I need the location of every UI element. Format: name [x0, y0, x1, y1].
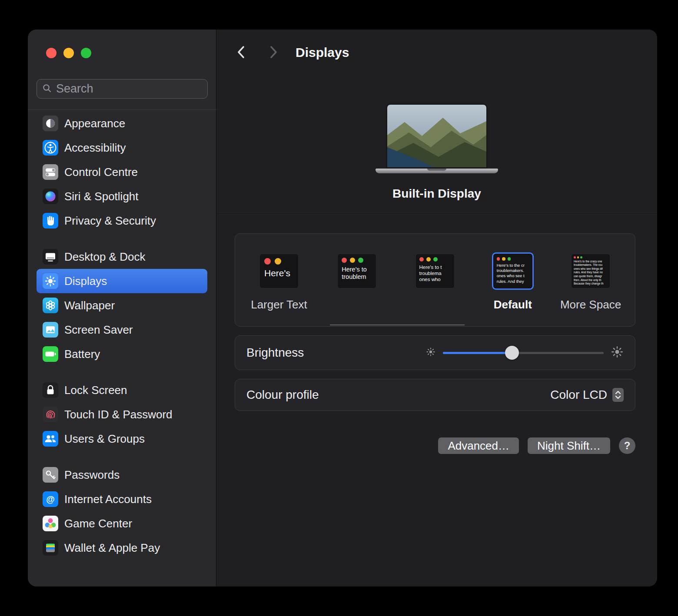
control-centre-icon: [43, 164, 58, 180]
sidebar-item-label: Screen Saver: [64, 323, 133, 337]
back-button[interactable]: [236, 44, 247, 60]
footer-actions: Advanced… Night Shift… ?: [235, 437, 635, 454]
resolution-option-more-space[interactable]: Here's to the crazy one troublemakers. T…: [565, 254, 617, 326]
sidebar-nav: Appearance Accessibility Control Centre: [37, 111, 207, 560]
advanced-button[interactable]: Advanced…: [438, 437, 519, 454]
preview-text: Here's to troublem: [342, 266, 372, 281]
resolution-option-2[interactable]: Here's to troublem: [331, 254, 383, 326]
accessibility-icon: [43, 140, 58, 156]
brightness-bright-icon: [611, 345, 624, 360]
close-button[interactable]: [46, 48, 56, 58]
resolution-option-3[interactable]: Here's to t troublema ones who: [409, 254, 461, 326]
preview-text: Here's to the cr troublemakers. ones who…: [497, 263, 529, 284]
resolution-option-default[interactable]: Here's to the cr troublemakers. ones who…: [487, 254, 539, 326]
resolution-option-label: More Space: [560, 298, 621, 311]
sidebar-item-users-groups[interactable]: Users & Groups: [37, 427, 207, 451]
sidebar-item-displays[interactable]: Displays: [37, 269, 207, 293]
sidebar-item-label: Game Center: [64, 517, 132, 530]
preview-traffic-dots: [574, 256, 608, 258]
resolution-option-label: Default: [494, 298, 532, 311]
sidebar: Appearance Accessibility Control Centre: [28, 30, 216, 586]
touch-id-icon: [43, 407, 58, 422]
sidebar-item-passwords[interactable]: Passwords: [37, 463, 207, 487]
colour-profile-select[interactable]: Color LCD: [550, 388, 624, 402]
preview-text: Here's: [264, 268, 294, 278]
resolution-scale-line: [330, 325, 465, 325]
preview-traffic-dots: [264, 258, 294, 265]
sidebar-item-lock-screen[interactable]: Lock Screen: [37, 378, 207, 402]
resolution-picker-card: Here's Larger Text Here's to troublem He…: [235, 233, 635, 327]
preview-traffic-dots: [497, 257, 529, 261]
sidebar-separator: [28, 109, 216, 110]
sidebar-item-touch-id[interactable]: Touch ID & Password: [37, 402, 207, 427]
search-field[interactable]: [37, 79, 208, 99]
chevron-up-down-icon: [612, 388, 624, 402]
desktop-dock-icon: [43, 249, 58, 265]
display-name: Built-in Display: [216, 187, 657, 201]
resolution-thumbnail: Here's to troublem: [337, 254, 376, 288]
brightness-fill: [443, 352, 512, 354]
resolution-thumbnail: Here's: [259, 254, 299, 288]
sidebar-item-label: Internet Accounts: [64, 493, 152, 506]
siri-icon: [43, 189, 58, 204]
forward-button[interactable]: [268, 44, 279, 60]
colour-profile-label: Colour profile: [246, 388, 319, 402]
colour-profile-value: Color LCD: [550, 388, 607, 402]
sidebar-item-battery[interactable]: Battery: [37, 342, 207, 366]
preview-text: Here's to the crazy one troublemakers. T…: [574, 260, 608, 286]
sidebar-item-label: Wallpaper: [64, 299, 115, 312]
brightness-knob[interactable]: [505, 346, 519, 360]
sidebar-item-appearance[interactable]: Appearance: [37, 111, 207, 136]
sidebar-item-label: Siri & Spotlight: [64, 190, 139, 203]
page-title: Displays: [296, 45, 349, 60]
battery-icon: [43, 346, 58, 362]
preview-text: Here's to t troublema ones who: [419, 264, 451, 282]
svg-text:@: @: [46, 494, 55, 504]
sidebar-item-desktop-dock[interactable]: Desktop & Dock: [37, 245, 207, 269]
users-groups-icon: [43, 431, 58, 447]
zoom-button[interactable]: [81, 48, 91, 58]
system-settings-window: Appearance Accessibility Control Centre: [28, 30, 657, 586]
brightness-slider: [425, 345, 624, 360]
screen-saver-icon: [43, 322, 58, 338]
sidebar-item-wallpaper[interactable]: Wallpaper: [37, 293, 207, 318]
sidebar-item-label: Control Centre: [64, 166, 138, 179]
lock-icon: [43, 382, 58, 398]
resolution-thumbnail: Here's to the crazy one troublemakers. T…: [571, 254, 610, 288]
at-icon: @: [43, 491, 58, 507]
resolution-option-larger-text[interactable]: Here's Larger Text: [253, 254, 305, 326]
traffic-lights: [46, 48, 91, 58]
sidebar-item-control-centre[interactable]: Control Centre: [37, 160, 207, 184]
displays-icon: [43, 273, 58, 289]
laptop-base: [376, 169, 498, 173]
minimize-button[interactable]: [63, 48, 74, 58]
sidebar-item-accessibility[interactable]: Accessibility: [37, 136, 207, 160]
sidebar-item-siri-spotlight[interactable]: Siri & Spotlight: [37, 184, 207, 209]
sidebar-item-label: Desktop & Dock: [64, 250, 145, 264]
sidebar-item-label: Privacy & Security: [64, 214, 156, 228]
sidebar-item-screen-saver[interactable]: Screen Saver: [37, 318, 207, 342]
colour-profile-card: Colour profile Color LCD: [235, 379, 635, 411]
sidebar-item-label: Accessibility: [64, 141, 126, 155]
main-content: Displays Built-in Display: [216, 30, 657, 586]
wallpaper-icon: [43, 298, 58, 313]
sidebar-item-label: Touch ID & Password: [64, 408, 173, 421]
brightness-track[interactable]: [443, 352, 604, 354]
brightness-card: Brightness: [235, 335, 635, 370]
sidebar-item-internet-accounts[interactable]: @ Internet Accounts: [37, 487, 207, 511]
laptop-screen-image: [386, 103, 488, 169]
sidebar-item-wallet[interactable]: Wallet & Apple Pay: [37, 536, 207, 560]
search-input[interactable]: [56, 82, 210, 96]
search-icon: [42, 83, 52, 95]
sidebar-item-label: Users & Groups: [64, 432, 145, 446]
appearance-icon: [43, 116, 58, 131]
privacy-security-icon: [43, 213, 58, 229]
sidebar-item-label: Appearance: [64, 117, 125, 130]
night-shift-button[interactable]: Night Shift…: [528, 437, 610, 454]
sidebar-item-label: Battery: [64, 348, 100, 361]
help-button[interactable]: ?: [619, 437, 635, 454]
section-divider: [216, 214, 657, 214]
sidebar-item-privacy-security[interactable]: Privacy & Security: [37, 209, 207, 233]
sidebar-item-game-center[interactable]: Game Center: [37, 511, 207, 536]
resolution-option-label: Larger Text: [251, 298, 307, 311]
